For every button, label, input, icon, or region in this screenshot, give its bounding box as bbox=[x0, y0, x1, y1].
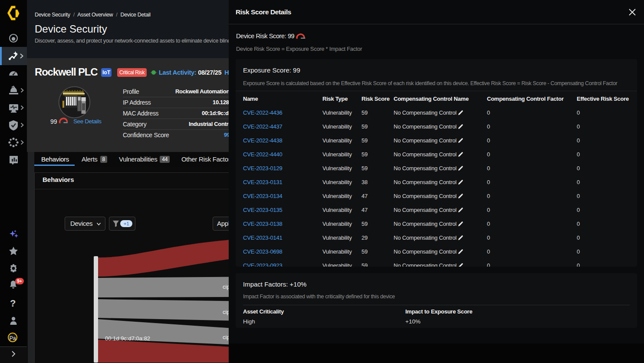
svg-text:00:1d:9c:d7:0a:82: 00:1d:9c:d7:0a:82 bbox=[105, 335, 150, 342]
